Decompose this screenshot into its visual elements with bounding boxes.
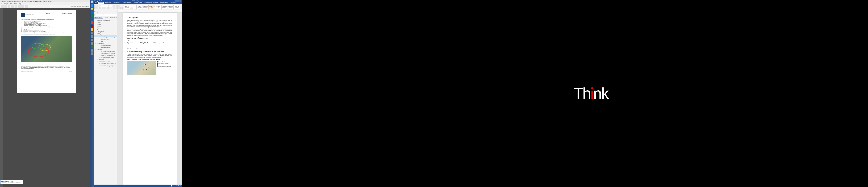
taskbar-app-icon[interactable] bbox=[91, 52, 93, 55]
taskbar-badge-icon[interactable]: 1079 bbox=[91, 45, 93, 48]
menu-hjelp[interactable]: Hjelp bbox=[18, 3, 21, 4]
view-web-icon[interactable]: ▭ bbox=[163, 185, 164, 186]
tab-masseutsendelser[interactable]: MASSEUTSENDELSER bbox=[144, 2, 159, 4]
adobe-tools-btn[interactable]: Verktøy bbox=[71, 6, 75, 7]
tool-print-icon[interactable] bbox=[8, 5, 10, 8]
nav-item[interactable]: ▸1 Prosjektmål bbox=[94, 31, 117, 33]
menu-vindu[interactable]: Vindu bbox=[13, 3, 17, 4]
nav-item[interactable]: Dokumentsinformdasjon bbox=[94, 20, 117, 21]
minimize-button[interactable] bbox=[175, 0, 177, 2]
nav-item[interactable]: 6.3 Endret verdi for fristad... bbox=[94, 66, 117, 68]
document-area[interactable]: 2 Bakgrunn Kystverket har gjennomført et… bbox=[118, 10, 182, 185]
style-undertitel[interactable]: AaBbCcEUndertitel bbox=[174, 5, 180, 9]
nav-tab-headings[interactable]: OVERSKRIFTER bbox=[94, 16, 103, 19]
style-utenmellomr[interactable]: AaBbCcDc† Uten mellomr bbox=[130, 5, 136, 9]
tool-page-next-icon[interactable] bbox=[18, 5, 21, 8]
bold-icon[interactable] bbox=[99, 7, 101, 9]
view-readmode-icon[interactable]: ▭ bbox=[159, 185, 161, 186]
nav-item[interactable]: 6.1 Reduserte reisekostnader ved økt til… bbox=[94, 62, 117, 64]
nav-item[interactable]: ▾2 Bakgrunn bbox=[94, 33, 117, 35]
tab-hjem[interactable]: HJEM bbox=[98, 2, 104, 4]
nav-item[interactable]: Figurer bbox=[94, 27, 117, 29]
qat-redo-icon[interactable]: ↷ bbox=[101, 0, 102, 2]
tab-referanser[interactable]: REFERANSER bbox=[133, 2, 143, 4]
nav-item[interactable]: ▾4 Metode bbox=[94, 48, 117, 50]
style-overskrift[interactable]: AaBbCcDcOverskrift bbox=[168, 5, 174, 9]
zoom-out-icon[interactable]: − bbox=[165, 185, 166, 186]
powerpoint-icon[interactable] bbox=[91, 21, 93, 24]
tool-save-icon[interactable] bbox=[4, 5, 7, 8]
nav-item[interactable]: Forord bbox=[94, 21, 117, 23]
explorer-icon[interactable] bbox=[91, 28, 93, 31]
tool-page-prev-icon[interactable] bbox=[14, 5, 18, 8]
adobe-sign-btn[interactable]: Signer bbox=[77, 6, 81, 7]
nav-item[interactable]: 3.1 Referansealternativ bbox=[94, 45, 117, 46]
nav-tab-results[interactable]: RESULTATER bbox=[110, 16, 118, 19]
start-button-icon[interactable] bbox=[91, 1, 93, 3]
italic-icon[interactable] bbox=[102, 7, 104, 9]
tab-settinn[interactable]: SETT INN bbox=[104, 2, 112, 4]
excel-icon[interactable] bbox=[91, 14, 93, 17]
tab-fil[interactable]: FIL bbox=[94, 2, 98, 4]
align-right-icon[interactable] bbox=[118, 7, 120, 9]
thinkpad-desktop[interactable]: Think bbox=[182, 0, 868, 187]
adobe-main[interactable]: KYSTVERKET Kalvåg MULTICONSULT Kystverke… bbox=[3, 8, 90, 187]
nav-item[interactable]: Innhold bbox=[94, 23, 117, 25]
outlook-icon[interactable] bbox=[91, 11, 93, 14]
tool-zoom-out-icon[interactable] bbox=[22, 5, 24, 8]
nav-tab-pages[interactable]: SIDER bbox=[103, 16, 110, 19]
font-size-input[interactable] bbox=[108, 5, 112, 7]
document-page[interactable]: 2 Bakgrunn Kystverket har gjennomført et… bbox=[123, 13, 177, 185]
tool-zoom-in-icon[interactable] bbox=[25, 5, 28, 8]
nav-item[interactable]: Sammendrag bbox=[94, 29, 117, 31]
taskbar-app-icon[interactable] bbox=[91, 35, 93, 38]
nav-item[interactable]: 2.4 Mål bbox=[94, 41, 117, 43]
nav-item[interactable]: 4.3 Prisatte og ikke-prisatte virkikter bbox=[94, 54, 117, 56]
menu-vis[interactable]: Vis bbox=[10, 3, 12, 4]
adobe-comment-btn[interactable]: Kommentar bbox=[83, 6, 90, 7]
nav-item[interactable]: Tabeller bbox=[94, 25, 117, 27]
style-overskrift1[interactable]: AaBbCOverskrift 1 bbox=[136, 5, 142, 9]
nav-item[interactable]: 2.2 Interessenter og beskrivelse av tilt… bbox=[94, 37, 117, 39]
maximize-button[interactable] bbox=[178, 0, 179, 2]
view-print-icon[interactable]: ▭ bbox=[161, 185, 163, 186]
chrome-icon[interactable] bbox=[91, 7, 93, 10]
nav-tree[interactable]: DokumentsinformdasjonForordInnholdTabell… bbox=[94, 19, 118, 185]
zoom-thumb[interactable] bbox=[171, 185, 172, 186]
menu-fil[interactable]: Fil bbox=[1, 3, 2, 4]
ie-icon[interactable] bbox=[91, 4, 93, 7]
tool-mail-icon[interactable] bbox=[11, 5, 14, 8]
bullets-icon[interactable] bbox=[113, 5, 115, 7]
nav-search-input[interactable] bbox=[94, 14, 117, 16]
nav-item[interactable]: 3.2 Tiltaksalternativet bbox=[94, 46, 117, 48]
style-liste[interactable]: • AaBbC† Liste bbox=[155, 5, 161, 9]
horizontal-ruler[interactable] bbox=[118, 10, 182, 12]
tool-open-icon[interactable] bbox=[1, 5, 3, 8]
tab-visning[interactable]: VISNING bbox=[169, 2, 177, 4]
strike-icon[interactable] bbox=[106, 7, 109, 9]
qat-save-icon[interactable]: 💾 bbox=[96, 0, 98, 2]
zoom-level[interactable]: 100 % bbox=[178, 185, 181, 186]
close-button[interactable] bbox=[180, 0, 181, 2]
tab-segjennom[interactable]: SE GJENNOM bbox=[159, 2, 169, 4]
tab-sideoppsett[interactable]: SIDEOPPSETT bbox=[122, 2, 132, 4]
adobe-icon[interactable] bbox=[91, 25, 93, 28]
align-left-icon[interactable] bbox=[113, 7, 115, 9]
style-normal[interactable]: AaBbCcDt† Normal bbox=[124, 5, 130, 9]
font-name-input[interactable] bbox=[99, 5, 108, 7]
numbering-icon[interactable] bbox=[116, 5, 118, 7]
nav-item[interactable]: 4.2 Kystverkets virkningsmodell for mind… bbox=[94, 52, 117, 54]
zoom-slider[interactable] bbox=[167, 186, 175, 186]
tab-utforming[interactable]: UTFORMING bbox=[112, 2, 121, 4]
align-center-icon[interactable] bbox=[116, 7, 118, 9]
nav-item[interactable]: ▾6 Prisatte nyttevirkninger bbox=[94, 60, 117, 62]
adobe-sidebar[interactable] bbox=[0, 8, 3, 187]
paste-button-icon[interactable] bbox=[94, 5, 98, 9]
qat-undo-icon[interactable]: ↶ bbox=[99, 0, 100, 2]
nav-item[interactable]: 6.2 Reduserte reisekostnader for trafikk… bbox=[94, 64, 117, 66]
nav-item[interactable]: 2.1 Plan- og influensområde bbox=[94, 35, 117, 37]
zoom-in-icon[interactable]: + bbox=[176, 185, 177, 186]
nav-item[interactable]: 4.1 Kort om samfunnøkonomisk analyse bbox=[94, 50, 117, 52]
taskbar-app-icon[interactable] bbox=[91, 42, 93, 45]
share-icon[interactable] bbox=[91, 39, 93, 41]
